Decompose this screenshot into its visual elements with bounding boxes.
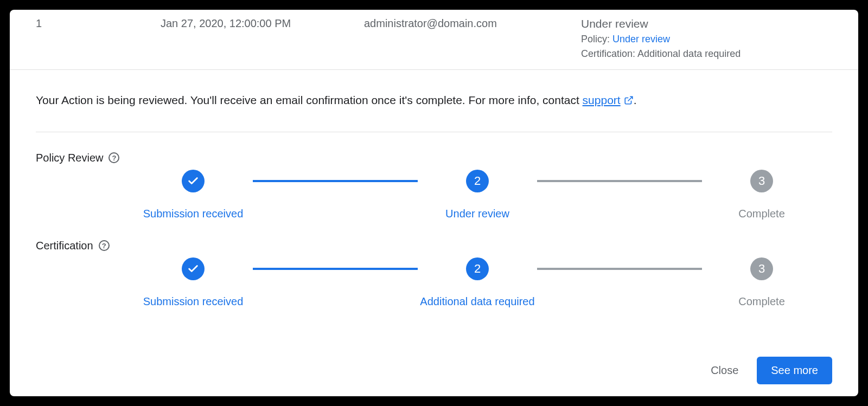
policy-step-2: 2 Under review: [418, 170, 537, 220]
cert-step-3: 3 Complete: [702, 257, 821, 308]
connector: [253, 268, 418, 270]
dialog-actions: Close See more: [709, 357, 832, 384]
policy-status-link[interactable]: Under review: [612, 34, 670, 44]
row-status: Under review Policy: Under review Certif…: [581, 17, 832, 60]
check-icon: [182, 170, 205, 192]
policy-review-heading: Policy Review ?: [36, 152, 832, 164]
connector: [253, 180, 418, 182]
policy-step-1-label: Submission received: [143, 208, 244, 220]
cert-step-2: 2 Additional data required: [418, 257, 537, 308]
help-icon[interactable]: ?: [108, 152, 119, 163]
policy-step-3-label: Complete: [738, 208, 785, 220]
connector: [537, 180, 702, 182]
status-title: Under review: [581, 17, 832, 30]
row-index: 1: [36, 17, 161, 30]
row-email: administrator@domain.com: [364, 17, 581, 30]
cert-step-3-label: Complete: [738, 295, 785, 308]
certification-stepper: Submission received 2 Additional data re…: [133, 257, 821, 308]
review-message: Your Action is being reviewed. You'll re…: [36, 92, 832, 132]
policy-label: Policy:: [581, 34, 612, 44]
certification-heading: Certification ?: [36, 240, 832, 252]
status-cert-line: Certification: Additional data required: [581, 48, 832, 60]
policy-step-1: Submission received: [133, 170, 253, 220]
step-3-node: 3: [750, 170, 773, 192]
cert-step-2-label: Additional data required: [420, 295, 534, 308]
cert-step-1: Submission received: [133, 257, 253, 308]
check-icon: [182, 257, 205, 280]
policy-step-2-label: Under review: [445, 208, 509, 220]
submission-row[interactable]: 1 Jan 27, 2020, 12:00:00 PM administrato…: [10, 10, 858, 70]
review-panel: 1 Jan 27, 2020, 12:00:00 PM administrato…: [10, 10, 858, 396]
policy-step-3: 3 Complete: [702, 170, 821, 220]
certification-title: Certification: [36, 240, 93, 252]
support-link[interactable]: support: [583, 94, 634, 106]
message-text-before: Your Action is being reviewed. You'll re…: [36, 94, 583, 106]
cert-step-1-label: Submission received: [143, 295, 244, 308]
step-2-node: 2: [466, 257, 489, 280]
step-2-node: 2: [466, 170, 489, 192]
close-button[interactable]: Close: [709, 360, 741, 381]
step-3-node: 3: [750, 257, 773, 280]
policy-review-stepper: Submission received 2 Under review 3 Com…: [133, 170, 821, 220]
external-link-icon: [624, 93, 634, 110]
help-icon[interactable]: ?: [99, 240, 110, 251]
message-text-after: .: [634, 94, 637, 106]
status-policy-line: Policy: Under review: [581, 34, 832, 45]
see-more-button[interactable]: See more: [757, 357, 832, 384]
connector: [537, 268, 702, 270]
policy-review-title: Policy Review: [36, 152, 103, 164]
row-date: Jan 27, 2020, 12:00:00 PM: [161, 17, 364, 30]
